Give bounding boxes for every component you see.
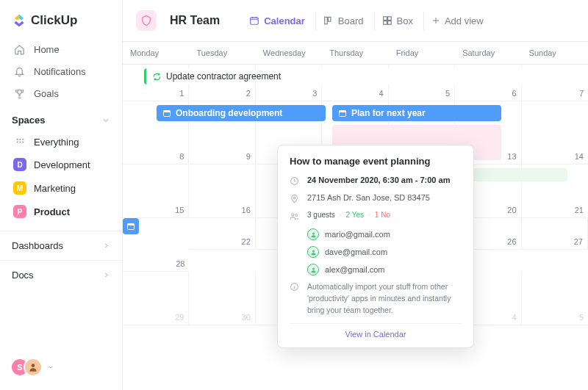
avatar-2[interactable] [24, 358, 43, 377]
date-num: 28 [176, 259, 184, 268]
space-everything[interactable]: Everything [6, 131, 116, 153]
popup-guests-no: 1 No [375, 211, 390, 219]
cell[interactable]: 15 [123, 165, 189, 218]
date-num: 26 [507, 237, 516, 246]
spaces-list: Everything D Development M Marketing P P… [0, 131, 122, 223]
view-switcher: Calendar Board Box Add view [242, 12, 491, 30]
date-num: 4 [379, 89, 384, 98]
svg-point-24 [312, 232, 315, 234]
view-calendar-label: Calendar [264, 15, 305, 26]
guest-item[interactable]: alex@gmail.com [307, 264, 462, 275]
nav-dashboards[interactable]: Dashboards [0, 231, 122, 260]
date-num: 21 [575, 206, 584, 214]
date-num: 6 [512, 89, 516, 98]
popup-time: 24 November 2020, 6:30 am - 7:00 am [307, 176, 450, 184]
date-num: 9 [246, 152, 251, 161]
day-sat: Saturday [455, 42, 521, 64]
spaces-header[interactable]: Spaces [0, 104, 122, 131]
view-board[interactable]: Board [315, 12, 371, 30]
day-sun: Sunday [522, 42, 588, 64]
popup-desc-row: Automatically import your stuff from oth… [290, 281, 462, 316]
date-num: 14 [575, 152, 584, 161]
main-nav: Home Notifications Goals [0, 38, 122, 104]
chevron-down-icon [47, 364, 54, 371]
nav-goals-label: Goals [34, 88, 59, 99]
guest-avatar-icon [307, 246, 319, 258]
svg-rect-7 [251, 18, 259, 24]
view-calendar[interactable]: Calendar [242, 12, 312, 30]
space-badge-marketing: M [13, 181, 26, 195]
date-num: 16 [242, 206, 251, 214]
svg-rect-19 [128, 224, 135, 226]
date-num: 8 [179, 152, 184, 161]
people-icon [290, 212, 300, 221]
calendar-icon [126, 222, 135, 231]
date-num: 27 [574, 237, 583, 246]
view-box[interactable]: Box [374, 12, 420, 30]
space-marketing[interactable]: M Marketing [6, 176, 116, 200]
event-popup: How to manage event planning 24 November… [277, 145, 474, 348]
cell[interactable]: 28 [123, 250, 189, 272]
guest-email: dave@gmail.com [325, 248, 387, 256]
week-1: Update contractor agreement 1 2 3 4 5 6 … [123, 65, 588, 101]
date-num: 13 [507, 152, 516, 161]
guest-item[interactable]: mario@gmail.com [307, 228, 462, 240]
cell[interactable]: 14 [522, 101, 588, 165]
svg-rect-17 [340, 111, 346, 113]
nav-notifications[interactable]: Notifications [6, 60, 116, 82]
space-product-label: Product [34, 206, 70, 217]
cell[interactable]: 16 [189, 165, 255, 218]
cell[interactable]: 29 [123, 272, 189, 325]
cell[interactable]: 5 [522, 272, 588, 325]
date-num: 1 [179, 89, 184, 98]
brand-logo[interactable]: ClickUp [0, 0, 122, 38]
grid-icon [13, 137, 26, 147]
event-small[interactable] [123, 218, 139, 234]
space-development[interactable]: D Development [6, 153, 116, 176]
popup-location-row: 2715 Ash Dr. San Jose, SD 83475 [290, 193, 462, 203]
popup-guests-count: 3 guests [307, 211, 335, 219]
guest-email: alex@gmail.com [325, 265, 384, 274]
popup-view-link[interactable]: View in Calendar [290, 323, 462, 340]
event-contractor[interactable]: Update contractor agreement [144, 68, 563, 84]
space-product[interactable]: P Product [6, 200, 116, 223]
cell[interactable]: 27 [522, 218, 588, 250]
nav-dashboards-label: Dashboards [12, 240, 63, 251]
nav-goals[interactable]: Goals [6, 82, 116, 104]
cell[interactable]: 30 [189, 272, 255, 325]
date-num: 4 [512, 313, 516, 322]
location-icon [290, 194, 300, 203]
space-icon [136, 10, 157, 31]
guest-list: mario@gmail.com dave@gmail.com alex@gmai… [307, 228, 462, 275]
day-mon: Monday [123, 42, 189, 64]
date-num: 7 [579, 89, 584, 98]
add-view[interactable]: Add view [423, 12, 491, 30]
date-num: 5 [445, 89, 450, 98]
date-num: 5 [579, 313, 584, 322]
space-badge-development: D [13, 158, 26, 171]
calendar-icon [162, 109, 171, 118]
chevron-down-icon [101, 116, 110, 125]
nav-docs[interactable]: Docs [0, 260, 122, 289]
calendar-icon [249, 15, 259, 26]
space-everything-label: Everything [34, 137, 79, 148]
date-num: 3 [312, 89, 317, 98]
day-tue: Tuesday [189, 42, 255, 64]
event-onboarding[interactable]: Onboarding development [157, 105, 326, 121]
date-num: 15 [175, 206, 184, 214]
cell[interactable]: 22 [189, 218, 255, 250]
date-num: 22 [242, 237, 251, 246]
popup-guests-row: 3 guests · 2 Yes · 1 No [290, 211, 462, 221]
clickup-logo-icon [12, 13, 26, 28]
popup-desc: Automatically import your stuff from oth… [307, 281, 462, 316]
nav-home[interactable]: Home [6, 38, 116, 60]
svg-point-25 [312, 250, 315, 252]
event-plan[interactable]: Plan for next year [332, 105, 501, 121]
guest-avatar-icon [307, 264, 319, 275]
user-avatars[interactable]: S [0, 350, 122, 390]
space-marketing-label: Marketing [34, 183, 76, 194]
popup-guests-yes: 2 Yes [346, 211, 364, 219]
bell-icon [13, 65, 25, 77]
guest-item[interactable]: dave@gmail.com [307, 246, 462, 258]
page-title: HR Team [170, 14, 220, 27]
